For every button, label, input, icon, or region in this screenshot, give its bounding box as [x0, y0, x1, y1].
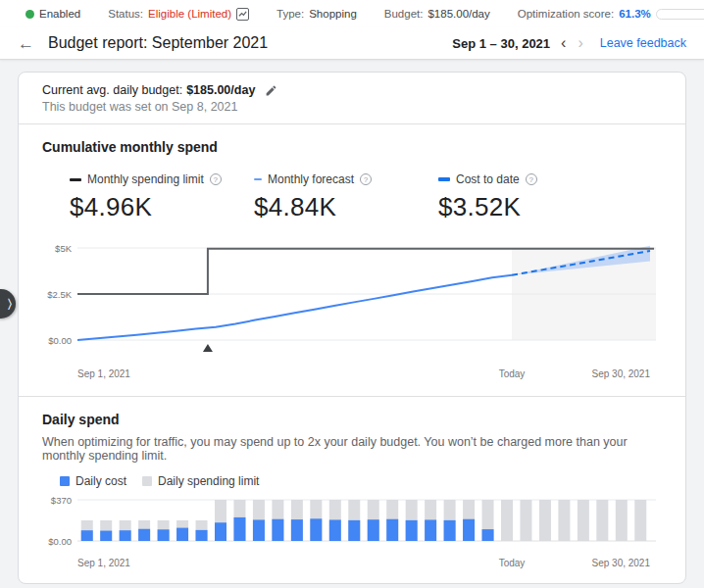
budget-value: $185.00/day [427, 8, 489, 20]
type-value: Shopping [309, 8, 357, 20]
optimization-score-field: Optimization score: 61.3% [518, 8, 704, 20]
x-tick-sep30: Sep 30, 2021 [592, 558, 651, 568]
enabled-label: Enabled [39, 8, 80, 20]
cost-value: $3.52K [438, 192, 623, 222]
status-value: Eligible (Limited) [148, 8, 231, 20]
type-label: Type: [277, 8, 304, 20]
limit-line-swatch-icon [70, 178, 81, 181]
date-range: Sep 1 – 30, 2021 [452, 36, 550, 51]
page-header: ← Budget report: September 2021 Sep 1 – … [0, 27, 704, 60]
prev-month-chevron-icon[interactable]: ‹ [560, 35, 567, 51]
enabled-status: Enabled [25, 8, 80, 20]
x-tick-today: Today [499, 558, 526, 568]
forecast-help-icon[interactable]: ? [360, 173, 372, 185]
legend-monthly-spending-limit: Monthly spending limit ? $4.96K [70, 172, 254, 222]
daily-legend: Daily cost Daily spending limit [19, 463, 685, 488]
svg-text:$0.00: $0.00 [48, 536, 72, 547]
optimization-score-label: Optimization score: [518, 8, 614, 20]
limit-help-icon[interactable]: ? [210, 173, 222, 185]
svg-text:$5K: $5K [55, 243, 73, 254]
daily-limit-swatch-icon [142, 476, 152, 486]
status-history-chart-icon[interactable] [236, 8, 249, 21]
x-tick-today: Today [499, 368, 526, 379]
daily-x-axis: Sep 1, 2021 Today Sep 30, 2021 [42, 556, 662, 571]
cumulative-x-axis: Sep 1, 2021 Today Sep 30, 2021 [42, 367, 662, 382]
campaign-status-bar: Enabled Status: Eligible (Limited) Type:… [0, 0, 704, 27]
budget-label: Budget: [384, 8, 424, 20]
leave-feedback-link[interactable]: Leave feedback [600, 36, 686, 50]
budget-report-card: Current avg. daily budget: $185.00/day T… [18, 72, 686, 584]
cost-help-icon[interactable]: ? [526, 173, 537, 185]
daily-cost-label: Daily cost [75, 474, 126, 488]
legend-monthly-forecast: Monthly forecast ? $4.84K [254, 172, 438, 222]
type-field: Type: Shopping [277, 8, 357, 20]
cumulative-section-title: Cumulative monthly spend [19, 124, 685, 155]
edit-budget-pencil-icon[interactable] [265, 84, 277, 97]
legend-cost-to-date: Cost to date ? $3.52K [438, 172, 623, 222]
x-tick-sep1: Sep 1, 2021 [77, 368, 130, 379]
status-field: Status: Eligible (Limited) [108, 8, 249, 21]
budget-set-note: This budget was set on Sep 8, 2021 [42, 100, 662, 114]
optimization-score-value: 61.3% [619, 8, 651, 20]
forecast-line-swatch-icon [254, 178, 262, 180]
current-budget-label: Current avg. daily budget: [42, 83, 182, 97]
daily-chart-container: $370$0.00 [42, 494, 662, 552]
cumulative-chart-container: $5K$2.5K$0.00 [42, 240, 662, 363]
budget-field: Budget: $185.00/day [384, 8, 490, 20]
optimization-score-progressbar [656, 9, 704, 20]
status-label: Status: [108, 8, 143, 20]
cumulative-chart: $5K$2.5K$0.00 [42, 240, 664, 360]
x-tick-sep1: Sep 1, 2021 [77, 558, 130, 568]
daily-description: When optimizing for traffic, you may spe… [19, 427, 685, 463]
current-budget-info: Current avg. daily budget: $185.00/day T… [19, 73, 685, 123]
limit-legend-label: Monthly spending limit [87, 172, 204, 186]
daily-section-title: Daily spend [19, 397, 685, 427]
next-month-chevron-icon: › [577, 35, 583, 51]
x-tick-sep30: Sep 30, 2021 [592, 368, 651, 379]
svg-text:$370: $370 [51, 495, 72, 506]
daily-bar-chart: $370$0.00 [42, 494, 664, 549]
cost-line-swatch-icon [438, 177, 450, 181]
cumulative-legend: Monthly spending limit ? $4.96K Monthly … [19, 155, 685, 222]
page-title: Budget report: September 2021 [48, 34, 268, 52]
limit-value: $4.96K [70, 192, 254, 222]
legend-daily-cost: Daily cost [60, 474, 126, 488]
current-budget-value: $185.00/day [186, 83, 255, 97]
daily-limit-label: Daily spending limit [158, 474, 259, 488]
forecast-legend-label: Monthly forecast [268, 172, 354, 186]
svg-text:$2.5K: $2.5K [47, 289, 72, 300]
back-arrow-icon[interactable]: ← [18, 35, 34, 52]
enabled-dot-icon [25, 10, 34, 19]
svg-text:$0.00: $0.00 [48, 335, 72, 346]
forecast-value: $4.84K [254, 192, 438, 222]
cost-legend-label: Cost to date [456, 172, 520, 186]
legend-daily-spending-limit: Daily spending limit [142, 474, 259, 488]
daily-cost-swatch-icon [60, 476, 70, 486]
